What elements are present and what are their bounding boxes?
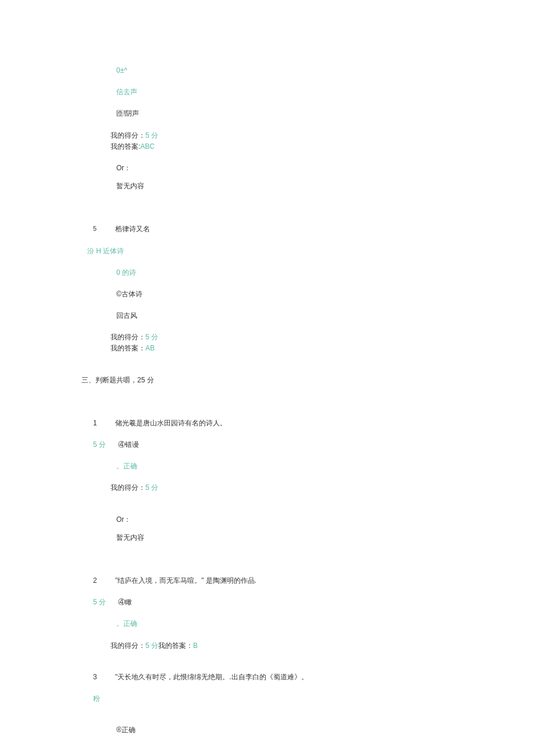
- wrong-text: ④错谩: [118, 440, 139, 449]
- q5-option-c: ©古体诗: [116, 289, 535, 300]
- correct-text: ®正确: [116, 726, 135, 734]
- option-text: ©古体诗: [116, 290, 142, 298]
- answer-label: 我的答案：: [110, 344, 145, 352]
- j2-score-answer-row: 我的得分：5 分我的答案：B: [110, 640, 535, 651]
- score-text: 粉: [93, 694, 100, 703]
- q5-option-b: 0 的诗: [116, 267, 535, 278]
- j1-correct: 。正确: [116, 461, 535, 472]
- option-text: 信去声: [116, 88, 137, 96]
- question-number: 5: [93, 224, 99, 235]
- j1-no-content: 暂无内容: [116, 532, 535, 543]
- no-content-text: 暂无内容: [116, 533, 144, 542]
- q4-option-2: 信去声: [116, 87, 535, 98]
- section-header-text: 三、判断题共嚼，25 分: [81, 376, 154, 384]
- j3-header: 3 "天长地久有时尽，此恨绵绵无绝期。.出自李白的《蜀道难》。: [93, 672, 535, 683]
- q5-row2: 汾 H 近体诗: [87, 246, 535, 257]
- question-number: 3: [93, 672, 99, 683]
- question-number: 1: [93, 418, 99, 429]
- score-value: 5 分: [145, 483, 158, 492]
- q4-answer-row: 我的答案:ABC: [110, 141, 535, 152]
- score-label: 我的得分：: [110, 483, 145, 492]
- correct-text: 。正确: [116, 462, 137, 470]
- score-text: 5 分: [93, 598, 106, 606]
- score-value: 5 分: [145, 131, 158, 139]
- q4-option-3: 匝!阴声: [116, 108, 535, 119]
- option-text: 0 的诗: [116, 268, 136, 277]
- or-text: Or：: [116, 164, 131, 172]
- q4-score-row: 我的得分：5 分: [110, 130, 535, 141]
- question-title: 储光羲是唐山水田园诗有名的诗人。: [115, 418, 227, 429]
- wrong-text: ④瞰: [118, 598, 132, 606]
- answer-value: B: [193, 642, 198, 650]
- score-label: 我的得分：: [110, 131, 145, 139]
- score-label: 我的得分：: [110, 333, 145, 341]
- score-value: 5 分: [145, 333, 158, 341]
- q4-or-label: Or：: [116, 163, 535, 174]
- option-text: 匝!阴声: [116, 109, 139, 117]
- question-title: "天长地久有时尽，此恨绵绵无绝期。.出自李白的《蜀道难》。: [115, 672, 308, 683]
- q5-score-row: 我的得分：5 分: [110, 332, 535, 343]
- option-text: 0±^: [116, 66, 127, 74]
- score-label: 我的得分：: [110, 642, 145, 650]
- question-number: 2: [93, 575, 99, 586]
- answer-label: 我的答案:: [110, 142, 140, 151]
- answer-value: AB: [145, 344, 155, 352]
- j1-score-row: 我的得分：5 分: [110, 482, 535, 493]
- j1-header: 1 储光羲是唐山水田园诗有名的诗人。: [93, 418, 535, 429]
- q5-answer-row: 我的答案：AB: [110, 343, 535, 354]
- option-text: 回古风: [116, 311, 137, 320]
- correct-text: 。正确: [116, 619, 137, 628]
- j1-or-label: Or：: [116, 514, 535, 525]
- j3-score: 粉: [93, 693, 535, 704]
- option-text: 汾 H 近体诗: [87, 247, 124, 255]
- answer-label: 我的答案：: [158, 642, 193, 650]
- j2-header: 2 "结庐在入境，而无车马喧。" 是陶渊明的作品.: [93, 575, 535, 586]
- no-content-text: 暂无内容: [116, 182, 144, 190]
- j2-score-wrong-row: 5 分 ④瞰: [93, 597, 535, 608]
- j1-score-wrong-row: 5 分 ④错谩: [93, 439, 535, 450]
- question-title: 梏律诗又名: [115, 224, 150, 235]
- q4-option-1: 0±^: [116, 65, 535, 76]
- answer-value: ABC: [140, 142, 155, 151]
- section-3-header: 三、判断题共嚼，25 分: [81, 375, 535, 386]
- question-title: "结庐在入境，而无车马喧。" 是陶渊明的作品.: [115, 575, 256, 586]
- j3-correct: ®正确: [116, 725, 535, 736]
- j2-correct: 。正确: [116, 618, 535, 629]
- q5-header: 5 梏律诗又名: [93, 224, 535, 235]
- or-text: Or：: [116, 515, 131, 524]
- score-text: 5 分: [93, 440, 106, 449]
- q5-option-d: 回古风: [116, 310, 535, 321]
- score-value: 5 分: [145, 642, 158, 650]
- q4-no-content: 暂无内容: [116, 181, 535, 192]
